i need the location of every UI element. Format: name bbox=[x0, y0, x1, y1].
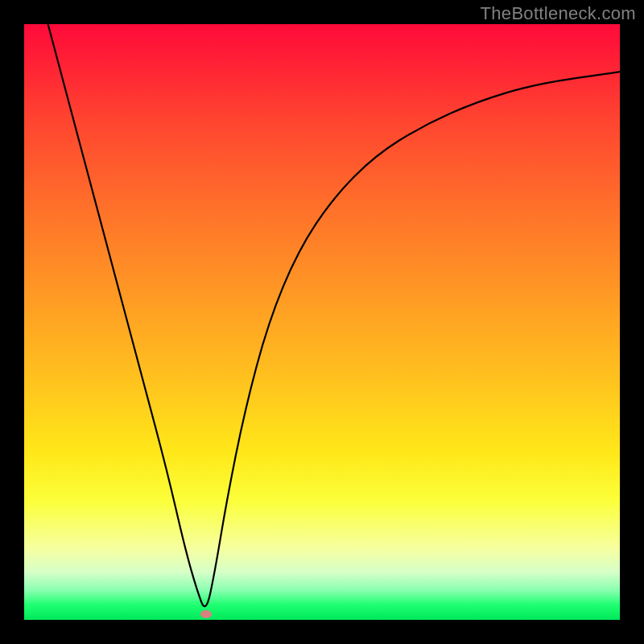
watermark-text: TheBottleneck.com bbox=[481, 3, 636, 24]
curve-path bbox=[48, 24, 620, 606]
plot-frame bbox=[24, 24, 620, 620]
minimum-marker bbox=[200, 610, 212, 618]
bottleneck-curve bbox=[24, 24, 620, 620]
